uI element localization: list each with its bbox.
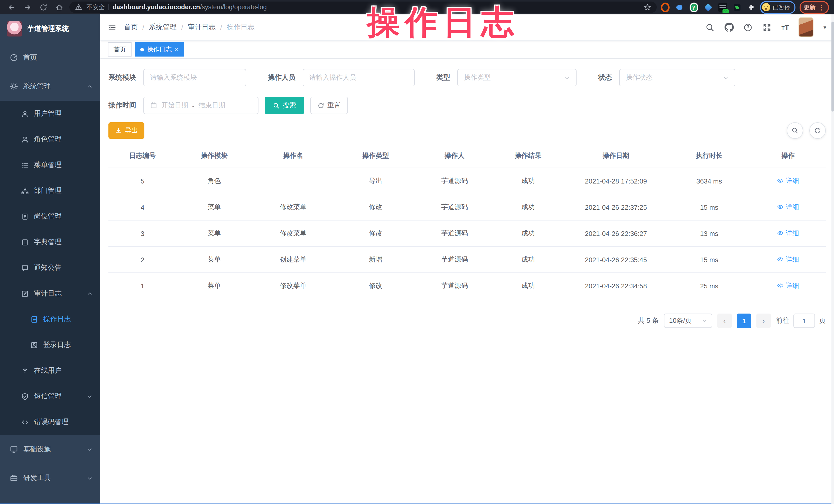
select-chevron-icon xyxy=(564,75,570,81)
prev-page-button[interactable]: ‹ xyxy=(717,313,732,328)
sidebar-item-notice[interactable]: 通知公告 xyxy=(0,255,100,281)
dashboard-icon xyxy=(10,53,18,62)
sidebar-item-audit-log[interactable]: 审计日志 xyxy=(0,281,100,306)
sidebar-menu: 首页 系统管理 用户管理 角色管理 xyxy=(0,43,100,492)
eye-icon xyxy=(777,230,784,237)
sidebar-item-menus[interactable]: 菜单管理 xyxy=(0,152,100,178)
sidebar-item-infrastructure[interactable]: 基础设施 xyxy=(0,435,100,464)
search-icon[interactable] xyxy=(705,23,715,32)
tab-close-icon[interactable]: × xyxy=(175,46,178,53)
refresh-button[interactable] xyxy=(809,122,826,139)
app-frame: 芋道管理系统 首页 系统管理 用户管理 xyxy=(0,15,834,504)
kebab-menu-icon[interactable]: ⋮ xyxy=(818,3,825,11)
warning-icon xyxy=(74,3,83,11)
sidebar-item-users[interactable]: 用户管理 xyxy=(0,101,100,127)
detail-link[interactable]: 详细 xyxy=(777,229,799,238)
select-chevron-icon xyxy=(702,318,707,323)
sidebar-item-operate-log[interactable]: 操作日志 xyxy=(0,306,100,332)
navbar-actions: TT ▾ xyxy=(705,18,826,37)
system-submenu: 用户管理 角色管理 菜单管理 部门管理 xyxy=(0,101,100,435)
profile-paused-chip[interactable]: 已暂停 xyxy=(760,1,795,14)
sidebar-item-home[interactable]: 首页 xyxy=(0,43,100,72)
home-icon[interactable] xyxy=(55,3,63,11)
page-content: 系统模块 请输入系统模块 操作人员 请输入操作人员 类型 操作类型 xyxy=(100,59,834,504)
avatar-caret-icon[interactable]: ▾ xyxy=(824,24,826,30)
annotation-overlay-text: 操作日志 xyxy=(367,0,519,45)
font-size-icon[interactable]: TT xyxy=(782,23,789,31)
next-page-button[interactable]: › xyxy=(756,313,771,328)
browser-update-chip[interactable]: 更新 ⋮ xyxy=(799,1,829,14)
forward-icon[interactable] xyxy=(23,3,31,11)
detail-link[interactable]: 详细 xyxy=(777,176,799,185)
chevron-up-icon xyxy=(87,291,92,296)
breadcrumb: 首页 / 系统管理 / 审计日志 / 操作日志 xyxy=(124,23,255,32)
monitor-icon xyxy=(10,445,18,453)
sidebar-item-sms[interactable]: 短信管理 xyxy=(0,384,100,409)
tab-operate-log[interactable]: 操作日志 × xyxy=(135,42,184,57)
sidebar-item-login-log[interactable]: 登录日志 xyxy=(0,332,100,358)
eye-icon xyxy=(777,282,784,289)
search-button-icon xyxy=(273,102,280,109)
detail-link[interactable]: 详细 xyxy=(777,255,799,264)
badge-icon xyxy=(21,212,29,220)
current-page-button[interactable]: 1 xyxy=(737,313,751,328)
address-divider xyxy=(108,4,109,10)
sidebar-item-dict[interactable]: 字典管理 xyxy=(0,229,100,255)
extension-list-icon[interactable]: on xyxy=(718,3,727,12)
back-icon[interactable] xyxy=(7,3,16,11)
col-operator: 操作人 xyxy=(417,144,492,168)
breadcrumb-home[interactable]: 首页 xyxy=(124,23,138,32)
sidebar-logo[interactable]: 芋道管理系统 xyxy=(0,15,100,43)
date-range-picker[interactable]: 开始日期 - 结束日期 xyxy=(144,96,259,114)
table-row: 5 角色 导出 芋道源码 成功 2021-04-28 17:52:09 3634… xyxy=(108,168,826,194)
goto-page-input[interactable]: 1 xyxy=(793,313,815,328)
sidebar-item-error-code[interactable]: 错误码管理 xyxy=(0,409,100,435)
bookmark-star-icon[interactable] xyxy=(643,3,651,11)
extension-pin-icon[interactable] xyxy=(675,3,684,12)
operator-label: 操作人员 xyxy=(268,73,295,82)
extension-ring-icon[interactable] xyxy=(661,3,669,12)
show-search-button[interactable] xyxy=(787,122,803,139)
download-icon xyxy=(115,127,122,134)
fullscreen-icon[interactable] xyxy=(763,23,772,32)
on-badge: on xyxy=(723,9,728,13)
page-unit-label: 页 xyxy=(819,316,826,325)
eye-icon xyxy=(777,204,784,211)
scrollbar-thumb[interactable] xyxy=(831,22,834,112)
screen: 不安全 dashboard.yudao.iocoder.cn/system/lo… xyxy=(0,0,834,504)
detail-link[interactable]: 详细 xyxy=(777,281,799,290)
search-button[interactable]: 搜索 xyxy=(265,96,304,114)
extensions-puzzle-icon[interactable] xyxy=(747,3,755,12)
sidebar-item-posts[interactable]: 岗位管理 xyxy=(0,203,100,229)
user-avatar[interactable] xyxy=(799,18,814,37)
paused-label: 已暂停 xyxy=(773,3,790,11)
extension-gem-icon[interactable] xyxy=(704,3,712,12)
module-input[interactable]: 请输入系统模块 xyxy=(144,69,246,86)
page-scrollbar[interactable] xyxy=(831,15,834,504)
reload-icon[interactable] xyxy=(39,3,47,11)
sidebar-item-roles[interactable]: 角色管理 xyxy=(0,127,100,152)
tab-home[interactable]: 首页 xyxy=(108,42,132,57)
sidebar-item-dev-tools[interactable]: 研发工具 xyxy=(0,464,100,492)
sidebar-item-system[interactable]: 系统管理 xyxy=(0,72,100,101)
github-icon[interactable] xyxy=(725,23,734,32)
detail-link[interactable]: 详细 xyxy=(777,202,799,212)
help-icon[interactable] xyxy=(744,23,753,32)
filter-row-2: 操作时间 开始日期 - 结束日期 搜索 重置 xyxy=(108,96,826,114)
address-bar[interactable]: 不安全 dashboard.yudao.iocoder.cn/system/lo… xyxy=(69,2,656,13)
user-icon xyxy=(21,109,29,118)
extension-y-icon[interactable]: y xyxy=(689,3,698,12)
logo-image xyxy=(7,21,22,37)
type-select[interactable]: 操作类型 xyxy=(457,69,576,86)
operator-input[interactable]: 请输入操作人员 xyxy=(303,69,415,86)
sidebar-item-online-users[interactable]: 在线用户 xyxy=(0,358,100,384)
reset-button[interactable]: 重置 xyxy=(310,96,348,114)
extension-sprout-icon[interactable] xyxy=(732,3,741,12)
export-button[interactable]: 导出 xyxy=(108,122,145,139)
breadcrumb-system[interactable]: 系统管理 xyxy=(149,23,177,32)
page-size-select[interactable]: 10条/页 xyxy=(664,313,712,328)
sidebar-item-departments[interactable]: 部门管理 xyxy=(0,178,100,203)
breadcrumb-audit[interactable]: 审计日志 xyxy=(188,23,216,32)
sidebar-fold-icon[interactable] xyxy=(108,23,116,31)
status-select[interactable]: 操作状态 xyxy=(619,69,736,86)
